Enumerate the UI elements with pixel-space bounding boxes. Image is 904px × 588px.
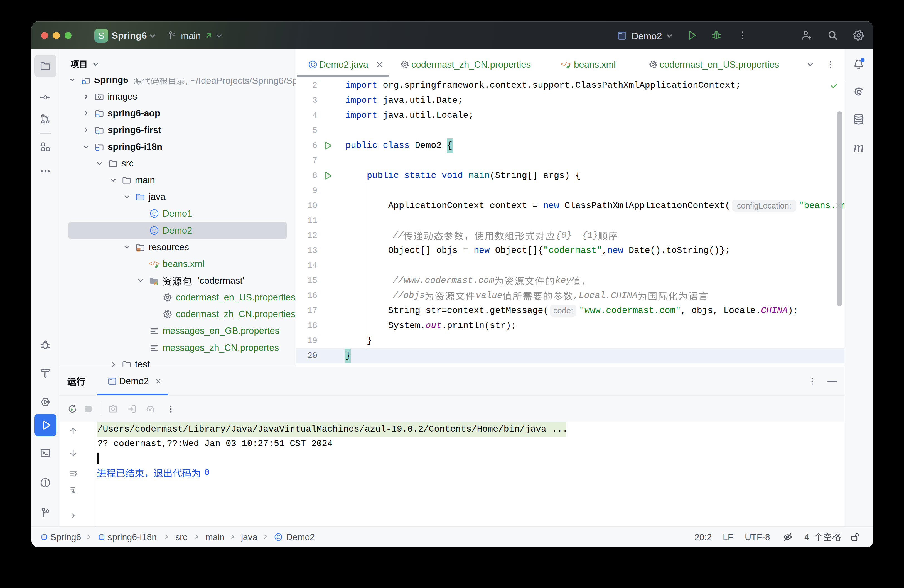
svg-text:C: C (311, 61, 315, 68)
svg-text:C: C (277, 534, 280, 540)
svg-text:C: C (152, 210, 156, 217)
svg-text:C: C (152, 227, 156, 234)
